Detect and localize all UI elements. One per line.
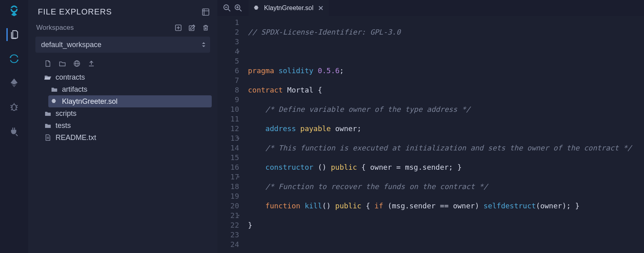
folder-contracts[interactable]: contracts	[42, 71, 212, 83]
svg-line-32	[239, 9, 242, 11]
svg-rect-12	[202, 9, 209, 15]
file-readme[interactable]: README.txt	[42, 132, 212, 144]
code-content: // SPDX-License-Identifier: GPL-3.0 prag…	[244, 16, 644, 253]
close-tab-icon[interactable]	[318, 5, 324, 11]
svg-line-9	[11, 109, 12, 110]
svg-line-5	[10, 105, 12, 106]
workspace-select-value: default_workspace	[41, 41, 101, 49]
code-editor[interactable]: 1 2 3 4 5 6 7 8 9 10 11 12 13 14 15 16 1…	[217, 16, 644, 253]
tab-filename: KlaytnGreeter.sol	[264, 4, 314, 12]
zoom-in-icon[interactable]	[234, 4, 242, 12]
editor-tab[interactable]: KlaytnGreeter.sol	[249, 0, 329, 16]
select-caret-icon	[201, 41, 206, 48]
delete-workspace-icon[interactable]	[202, 24, 209, 31]
folder-icon	[51, 86, 58, 93]
file-explorer-nav-icon[interactable]	[6, 28, 19, 41]
editor-area: KlaytnGreeter.sol 1 2 3 4 5 6 7 8 9 10 1…	[217, 0, 644, 253]
svg-rect-18	[189, 26, 194, 31]
panel-title: FILE EXPLORERS	[38, 7, 112, 16]
workspaces-label: Workspaces	[36, 24, 74, 32]
gist-icon[interactable]	[73, 60, 80, 67]
tree-label: scripts	[56, 109, 76, 118]
tree-label: contracts	[56, 73, 85, 82]
svg-rect-2	[10, 8, 18, 9]
file-greeter[interactable]: KlaytnGreeter.sol	[48, 95, 212, 107]
tree-label: tests	[56, 121, 71, 130]
solidity-file-icon	[254, 5, 260, 11]
file-explorer-panel: FILE EXPLORERS Workspaces default_worksp…	[28, 0, 217, 253]
svg-line-6	[16, 105, 17, 106]
solidity-file-icon	[51, 98, 58, 105]
svg-line-11	[16, 134, 17, 136]
new-folder-icon[interactable]	[59, 60, 66, 67]
debug-nav-icon[interactable]	[8, 101, 21, 113]
tree-label: artifacts	[62, 85, 87, 94]
docs-icon[interactable]	[201, 8, 210, 16]
folder-scripts[interactable]: scripts	[42, 107, 212, 119]
plugin-nav-icon[interactable]	[8, 125, 21, 138]
new-file-icon[interactable]	[44, 60, 52, 67]
deploy-nav-icon[interactable]	[8, 76, 21, 89]
upload-icon[interactable]	[88, 60, 95, 67]
svg-point-3	[12, 105, 17, 111]
file-tree: contracts artifacts KlaytnGreeter.sol sc…	[34, 71, 212, 144]
tree-label: KlaytnGreeter.sol	[62, 97, 118, 106]
folder-artifacts[interactable]: artifacts	[48, 83, 212, 95]
svg-line-29	[228, 9, 230, 11]
compile-nav-icon[interactable]	[8, 52, 21, 65]
tree-label: README.txt	[56, 134, 96, 142]
nav-strip	[0, 0, 28, 253]
line-gutter: 1 2 3 4 5 6 7 8 9 10 11 12 13 14 15 16 1…	[217, 16, 244, 253]
folder-icon	[44, 110, 52, 117]
rename-workspace-icon[interactable]	[188, 24, 196, 31]
workspace-select[interactable]: default_workspace	[35, 37, 210, 53]
add-workspace-icon[interactable]	[175, 24, 182, 31]
folder-tests[interactable]: tests	[42, 119, 212, 132]
folder-open-icon	[44, 74, 52, 81]
app-logo-icon[interactable]	[8, 4, 21, 17]
svg-line-10	[16, 109, 17, 110]
folder-icon	[44, 122, 52, 129]
zoom-out-icon[interactable]	[223, 4, 231, 12]
file-icon	[44, 134, 52, 141]
